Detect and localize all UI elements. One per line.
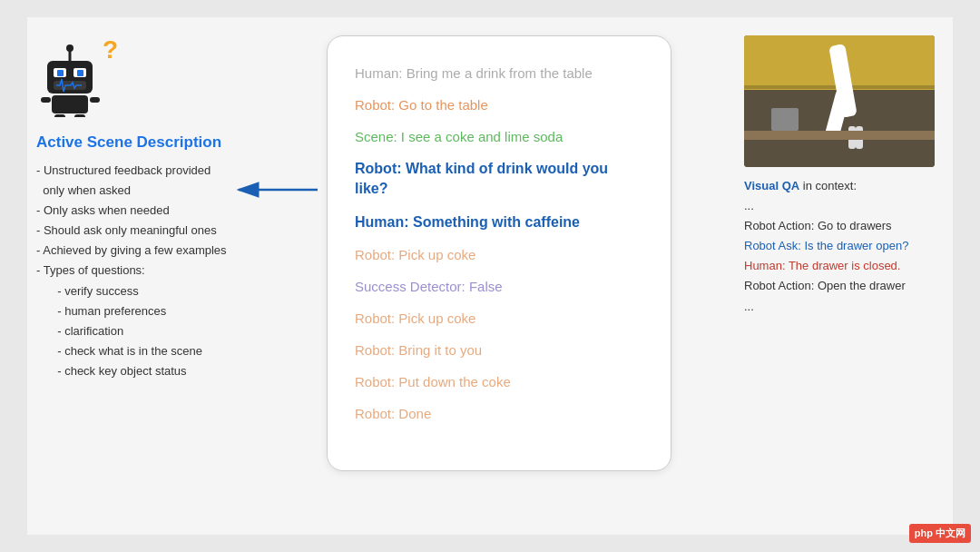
svg-rect-9 [41, 97, 51, 103]
visual-qa-title: Visual QA [744, 179, 799, 192]
chat-box: Human: Bring me a drink from the table R… [327, 35, 671, 471]
chat-line-9: Robot: Bring it to you [355, 340, 643, 360]
chat-line-7: Success Detector: False [355, 277, 643, 296]
robot-svg [36, 44, 104, 117]
vqa-ellipsis-top: ... [744, 196, 908, 216]
php-watermark: php 中文网 [909, 524, 971, 543]
chat-line-5: Human: Something with caffeine [355, 212, 643, 232]
bullet-sub-4: - check what is in the scene [36, 341, 227, 361]
vqa-action-1: Robot Action: Go to drawers [744, 216, 908, 236]
active-scene-title: Active Scene Description [36, 133, 221, 152]
vqa-ellipsis-bottom: ... [744, 297, 908, 317]
content-area: ? Active Scene Description - Unstructure… [27, 17, 953, 535]
bullet-item-2: - Only asks when needed [36, 201, 227, 221]
vqa-human-response: Human: The drawer is closed. [744, 256, 908, 276]
svg-rect-6 [77, 70, 83, 76]
visual-qa-header: Visual QA in context: [744, 176, 908, 196]
chat-line-4: Robot: What kind of drink would you like… [355, 159, 643, 200]
robot-arm-svg [744, 35, 935, 167]
bullet-sub-1: - verify success [36, 281, 227, 301]
bullet-item-1: - Unstructured feedback provided only wh… [36, 161, 227, 201]
center-panel: Human: Bring me a drink from the table R… [272, 35, 726, 471]
left-panel: ? Active Scene Description - Unstructure… [36, 35, 254, 381]
robot-arm-image [744, 35, 935, 167]
bullet-sub-2: - human preferences [36, 301, 227, 321]
chat-line-11: Robot: Done [355, 404, 643, 423]
svg-point-1 [66, 44, 74, 52]
bullet-list: - Unstructured feedback provided only wh… [36, 161, 227, 381]
bullet-item-5: - Types of questions: [36, 261, 227, 281]
chat-line-1: Human: Bring me a drink from the table [355, 64, 643, 83]
svg-rect-8 [52, 95, 88, 113]
svg-rect-10 [90, 97, 100, 103]
svg-rect-5 [57, 70, 64, 76]
bullet-sub-3: - clarification [36, 321, 227, 341]
robot-container: ? [36, 44, 104, 126]
chat-line-6: Robot: Pick up coke [355, 245, 643, 264]
page-wrapper: ? Active Scene Description - Unstructure… [0, 0, 980, 552]
vqa-robot-ask: Robot Ask: Is the drawer open? [744, 236, 908, 256]
chat-line-8: Robot: Pick up coke [355, 309, 643, 328]
vqa-action-2: Robot Action: Open the drawer [744, 276, 908, 296]
svg-rect-24 [771, 108, 799, 131]
bullet-item-4: - Achieved by giving a few examples [36, 241, 227, 261]
bullet-item-3: - Should ask only meaningful ones [36, 221, 227, 241]
svg-rect-11 [54, 114, 65, 117]
chat-line-2: Robot: Go to the table [355, 95, 643, 114]
bullet-sub-5: - check key object status [36, 361, 227, 381]
chat-line-10: Robot: Put down the coke [355, 372, 643, 391]
robot-icon [36, 44, 104, 126]
svg-rect-23 [744, 131, 935, 140]
chat-line-3: Scene: I see a coke and lime soda [355, 127, 643, 146]
question-mark-icon: ? [103, 35, 118, 64]
right-panel: Visual QA in context: ... Robot Action: … [744, 35, 944, 317]
visual-qa-section: Visual QA in context: ... Robot Action: … [744, 176, 908, 317]
svg-rect-12 [74, 114, 85, 117]
visual-qa-suffix: in context: [799, 179, 857, 192]
